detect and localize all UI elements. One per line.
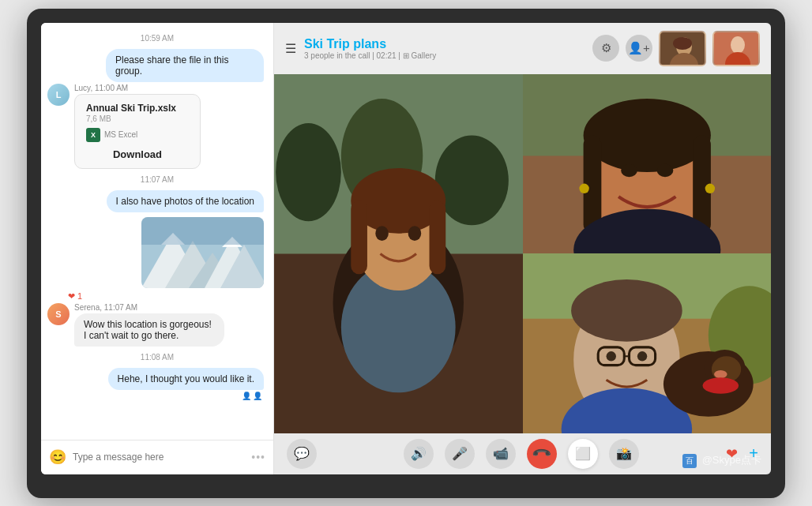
message-input[interactable] (73, 452, 245, 463)
lucy-message-content: Lucy, 11:00 AM Annual Ski Trip.xslx 7,6 … (74, 84, 201, 169)
avatar-serena: S (47, 303, 70, 325)
download-button[interactable]: Download (86, 148, 189, 160)
video-bottom-right (523, 253, 772, 433)
msg-photos: I also have photos of the location (107, 190, 264, 212)
svg-point-29 (375, 226, 389, 241)
laptop-frame: 10:59 AM Please share the file in this g… (27, 9, 785, 498)
timestamp-1108: 11:08 AM (41, 353, 273, 362)
call-title: Ski Trip plans (304, 37, 436, 51)
file-type-label: MS Excel (104, 130, 137, 139)
file-name: Annual Ski Trip.xslx (86, 103, 189, 114)
call-header: ☰ Ski Trip plans 3 people in the call | … (274, 23, 771, 74)
add-person-button[interactable]: 👤+ (626, 35, 652, 62)
gear-icon: ⚙ (601, 41, 611, 55)
video-main (274, 74, 523, 433)
svg-point-58 (714, 370, 727, 378)
watermark: 百 @Skype点卡 (682, 453, 761, 468)
photo-preview (141, 217, 264, 288)
video-button[interactable]: 📹 (486, 439, 516, 469)
msg-row-serena: S Serena, 11:07 AM Wow this location is … (47, 303, 273, 347)
reaction-heart: ❤ 1 (68, 291, 273, 302)
svg-point-38 (579, 183, 588, 193)
chat-messages: 10:59 AM Please share the file in this g… (41, 23, 273, 440)
chat-control-button[interactable]: 💬 (287, 439, 317, 469)
more-options-button[interactable]: ••• (251, 451, 265, 463)
msg-hehe: Hehe, I thought you would like it. (108, 368, 264, 390)
screen-icon: ⬜ (575, 446, 591, 461)
volume-icon: 🔊 (411, 446, 427, 461)
svg-point-21 (435, 135, 509, 225)
watermark-text: @Skype点卡 (702, 454, 761, 466)
svg-point-30 (408, 226, 422, 241)
video-icon: 📹 (493, 446, 509, 461)
volume-button[interactable]: 🔊 (404, 439, 434, 469)
chat-input-bar: 😊 ••• (41, 440, 273, 474)
thumbnail-person2[interactable] (712, 31, 760, 66)
laptop-screen: 10:59 AM Please share the file in this g… (41, 23, 771, 474)
call-header-actions: ⚙ 👤+ (592, 31, 760, 66)
chat-icon: 💬 (294, 446, 310, 461)
serena-sender-label: Serena, 11:07 AM (74, 303, 224, 312)
add-person-icon: 👤+ (628, 41, 650, 55)
excel-icon: X (86, 128, 100, 142)
file-type-row: X MS Excel (86, 128, 189, 142)
svg-point-19 (276, 123, 341, 221)
chat-panel: 10:59 AM Please share the file in this g… (41, 23, 274, 474)
msg-row-lucy: L Lucy, 11:00 AM Annual Ski Trip.xslx 7,… (47, 84, 273, 169)
read-receipts: 👤 👤 (242, 392, 262, 400)
photo-preview-container (141, 214, 264, 288)
serena-message-content: Serena, 11:07 AM Wow this location is go… (74, 303, 224, 347)
mic-icon: 🎤 (452, 446, 468, 461)
svg-point-40 (621, 163, 637, 177)
call-subtitle: 3 people in the call | 02:21 | ⊞ Gallery (304, 51, 436, 60)
svg-point-39 (705, 183, 714, 193)
svg-point-12 (673, 37, 692, 50)
svg-rect-8 (141, 217, 264, 245)
svg-point-48 (571, 279, 682, 342)
file-card[interactable]: Annual Ski Trip.xslx 7,6 MB X MS Excel D… (74, 94, 201, 169)
settings-button[interactable]: ⚙ (592, 35, 619, 62)
receipt-icon-2: 👤 (253, 392, 262, 400)
lucy-sender-label: Lucy, 11:00 AM (74, 84, 201, 92)
thumbnail-person1[interactable] (659, 31, 706, 66)
svg-point-14 (731, 36, 745, 54)
video-top-right (523, 74, 772, 254)
svg-point-52 (606, 351, 615, 361)
file-size: 7,6 MB (86, 114, 189, 123)
svg-rect-28 (430, 201, 446, 274)
svg-rect-27 (351, 201, 367, 274)
timestamp-1059: 10:59 AM (41, 34, 273, 43)
video-grid (274, 74, 771, 433)
video-panel: ☰ Ski Trip plans 3 people in the call | … (274, 23, 771, 474)
end-call-icon: 📞 (531, 443, 553, 465)
mic-button[interactable]: 🎤 (445, 439, 475, 469)
baidu-icon: 百 (682, 454, 697, 468)
screen-share-button[interactable]: ⬜ (568, 439, 598, 469)
emoji-button[interactable]: 😊 (49, 448, 66, 466)
camera-button[interactable]: 📸 (609, 439, 639, 469)
msg-serena-text: Wow this location is gorgeous! I can't w… (74, 313, 224, 347)
receipt-icon-1: 👤 (242, 392, 251, 400)
timestamp-1107: 11:07 AM (41, 175, 273, 184)
svg-point-53 (637, 351, 646, 361)
svg-point-59 (702, 377, 739, 394)
msg-share-file: Please share the file in this group. (106, 49, 264, 82)
avatar-lucy: L (47, 84, 70, 106)
svg-point-41 (656, 163, 673, 177)
camera-icon: 📸 (616, 446, 632, 461)
svg-point-35 (583, 99, 710, 172)
call-title-group: Ski Trip plans 3 people in the call | 02… (304, 37, 436, 60)
hamburger-icon[interactable]: ☰ (285, 41, 296, 56)
end-call-button[interactable]: 📞 (527, 439, 557, 469)
